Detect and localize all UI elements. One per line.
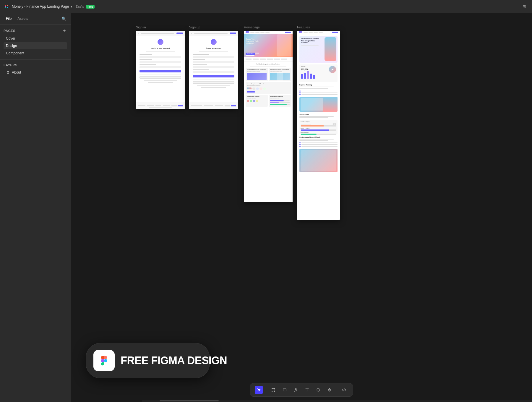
features-hero: All the Tools You Need to Take Charge of… [299, 36, 338, 63]
signin-nav-bar [136, 31, 185, 36]
ellipse-tool-button[interactable] [314, 386, 322, 394]
confirm-field[interactable] [140, 66, 181, 68]
rect-tool-button[interactable] [280, 386, 289, 394]
free-badge: Free [86, 5, 95, 9]
nav-dot-1 [138, 33, 139, 34]
canvas-scrollbar[interactable] [142, 400, 532, 402]
feature-item-1 [299, 90, 338, 92]
code-tool-button[interactable] [340, 386, 348, 394]
card-insights-image [270, 73, 290, 80]
svg-rect-8 [7, 73, 9, 74]
layer-item-about[interactable]: About [4, 69, 67, 76]
page-item-cover[interactable]: Cover [4, 35, 67, 42]
figma-icon [93, 350, 115, 371]
svg-point-3 [7, 7, 8, 8]
email-field[interactable] [140, 56, 181, 58]
signup-email-field[interactable] [193, 61, 234, 63]
signup-app-logo [211, 39, 217, 45]
password-field[interactable] [140, 61, 181, 63]
homepage-hero-cta[interactable]: Download App ▶ [246, 53, 255, 55]
pages-section-header: Pages + [4, 27, 67, 35]
signup-name-field[interactable] [193, 56, 234, 58]
svg-rect-17 [283, 389, 286, 391]
page-item-component[interactable]: Component [4, 50, 67, 57]
goal-text-2 [301, 144, 338, 145]
signup-divider [193, 79, 234, 80]
main-layout: File Assets 🔍 Pages + Cover Design Compo… [0, 13, 532, 402]
signup-confirm-field[interactable] [193, 71, 234, 73]
svg-point-18 [295, 388, 296, 390]
features-content: All the Tools You Need to Take Charge of… [297, 34, 340, 175]
card-custom-text: Personalize your finance card with color… [247, 71, 267, 72]
frame-label-homepage: Homepage [244, 25, 260, 29]
homepage-card-row-2: Hold money in 30+ currencies Multi-curre… [246, 95, 291, 107]
check-icon-3 [299, 94, 301, 95]
title-dropdown-icon[interactable]: ▾ [71, 5, 72, 8]
bottom-toolbar [250, 383, 353, 397]
goal-item-1 [299, 142, 338, 143]
signup-content: Create an account [189, 36, 238, 91]
logo-gplay [274, 59, 280, 60]
page-item-design[interactable]: Design [4, 42, 67, 49]
layers-section: Layers About [0, 59, 71, 78]
logo-jago [246, 59, 252, 60]
budget-tracking-card: Auto & Transport $3,786 Auto & Transport [299, 120, 338, 134]
canvas-scrollbar-thumb[interactable] [160, 400, 219, 401]
card-insights-title: Personalized your financial insights and… [270, 69, 290, 70]
expense-tracking-title: Expense Tracking [299, 84, 338, 86]
feature-text-1 [301, 91, 338, 91]
logo-gopay [253, 59, 259, 60]
search-icon[interactable]: 🔍 [61, 15, 67, 22]
pages-label: Pages [4, 29, 15, 33]
card-budget-text: Manage your spending easily [270, 98, 290, 99]
layer-frame-icon [6, 70, 10, 74]
text-tool-button[interactable] [303, 386, 311, 394]
canvas[interactable]: Sign in Sign up Homepage Features Log in… [71, 13, 532, 402]
smart-budget-phone [299, 97, 338, 112]
sidebar-tabs: File Assets 🔍 [0, 13, 71, 25]
google-signin-button[interactable] [140, 76, 181, 79]
features-hero-phone [325, 37, 336, 61]
design-frame-homepage[interactable]: Manage YourFinances on the Gowith Monely… [244, 31, 293, 202]
signup-button[interactable] [193, 75, 234, 77]
signup-title: Create an account [193, 47, 234, 49]
design-frame-signin[interactable]: Log in to your account [136, 31, 185, 109]
goal-text-1 [301, 142, 338, 143]
component-tool-button[interactable] [325, 386, 334, 394]
google-signup-button[interactable] [193, 81, 234, 84]
homepage-card-row-1: Custom and design your card, make it uni… [246, 68, 291, 81]
svg-rect-15 [272, 388, 275, 389]
pages-section: Pages + Cover Design Component [0, 25, 71, 59]
homepage-card-transfer: Free transfer anywhere around the world … [246, 82, 291, 94]
design-frame-features[interactable]: All the Tools You Need to Take Charge of… [297, 31, 340, 220]
layer-about-label: About [12, 70, 21, 74]
signin-content: Log in to your account [136, 36, 185, 86]
card-currencies-title: Hold money in 30+ currencies [247, 96, 267, 97]
add-page-button[interactable]: + [62, 28, 67, 33]
features-hero-title: All the Tools You Need to Take Charge of… [301, 38, 320, 44]
homepage-cta-btn[interactable] [285, 32, 291, 33]
check-icon-1 [299, 90, 301, 92]
signup-footer [201, 87, 226, 88]
drafts-label: Drafts [76, 5, 84, 8]
promo-text: FREE FIGMA DESIGN [121, 354, 227, 367]
homepage-hero: Manage YourFinances on the Gowith Monely… [244, 34, 293, 57]
top-bar: Monely - Finance App Landing Page ▾ Draf… [0, 0, 532, 13]
frame-tool-button[interactable] [269, 386, 278, 394]
goal-item-2 [299, 144, 338, 145]
statistics-card: Statistic $13,996 ▶ [299, 64, 338, 82]
cursor-tool-button[interactable] [255, 386, 263, 394]
svg-rect-7 [7, 71, 9, 72]
pen-tool-button[interactable] [292, 386, 300, 394]
signin-button[interactable] [140, 70, 181, 72]
tab-assets[interactable]: Assets [15, 15, 30, 22]
signup-password-field[interactable] [193, 66, 234, 68]
layers-label: Layers [4, 62, 67, 69]
card-custom-image [247, 73, 267, 80]
layout-toggle-button[interactable]: ⊞ [520, 2, 528, 11]
nav-dot-2 [191, 33, 192, 34]
goal-check-2 [299, 144, 301, 145]
tab-file[interactable]: File [4, 15, 14, 22]
card-insights-text: Track and meet your financial targets [270, 71, 290, 72]
design-frame-signup[interactable]: Create an account [189, 31, 238, 109]
